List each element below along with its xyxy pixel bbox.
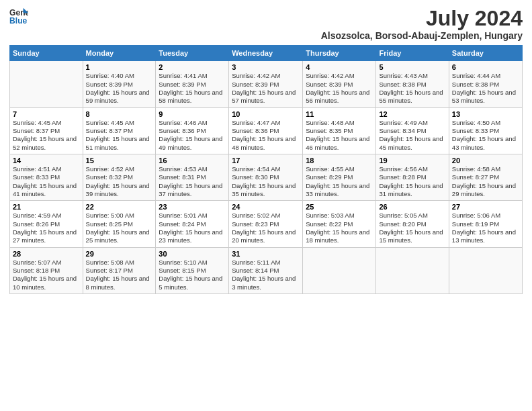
cell-sunrise: Sunrise: 4:51 AM (13, 165, 80, 173)
cell-sunset: Sunset: 8:25 PM (86, 220, 153, 228)
cell-daylight: Daylight: 15 hours and 27 minutes. (13, 228, 80, 245)
day-number: 24 (232, 203, 300, 211)
cell-daylight: Daylight: 15 hours and 43 minutes. (452, 135, 519, 152)
table-row: 12Sunrise: 4:49 AMSunset: 8:34 PMDayligh… (376, 107, 449, 154)
table-row: 24Sunrise: 5:02 AMSunset: 8:23 PMDayligh… (229, 201, 303, 247)
table-row: 3Sunrise: 4:42 AMSunset: 8:39 PMDaylight… (229, 61, 303, 107)
cell-daylight: Daylight: 15 hours and 57 minutes. (232, 89, 300, 105)
cell-sunrise: Sunrise: 4:43 AM (379, 72, 445, 80)
cell-sunrise: Sunrise: 5:11 AM (232, 259, 300, 267)
cell-sunset: Sunset: 8:35 PM (306, 127, 373, 135)
cell-sunset: Sunset: 8:14 PM (232, 267, 300, 275)
cell-sunrise: Sunrise: 4:45 AM (13, 119, 80, 127)
day-number: 9 (159, 110, 226, 118)
cell-sunset: Sunset: 8:36 PM (159, 127, 226, 135)
table-row (376, 247, 449, 293)
day-number: 16 (159, 156, 226, 165)
day-number: 5 (379, 63, 445, 71)
cell-sunset: Sunset: 8:18 PM (13, 267, 80, 275)
table-row: 14Sunrise: 4:51 AMSunset: 8:33 PMDayligh… (10, 154, 83, 200)
cell-sunset: Sunset: 8:29 PM (306, 173, 373, 181)
cell-sunset: Sunset: 8:26 PM (13, 220, 80, 228)
cell-daylight: Daylight: 15 hours and 5 minutes. (159, 275, 226, 291)
day-number: 27 (452, 203, 519, 211)
cell-daylight: Daylight: 15 hours and 18 minutes. (306, 228, 373, 245)
day-number: 12 (379, 110, 445, 118)
cell-sunset: Sunset: 8:39 PM (306, 81, 373, 89)
cell-daylight: Daylight: 15 hours and 45 minutes. (379, 135, 445, 152)
header: General Blue July 2024 Alsozsolca, Borso… (9, 7, 523, 41)
cell-sunrise: Sunrise: 4:52 AM (86, 165, 153, 173)
cell-sunrise: Sunrise: 5:06 AM (452, 212, 519, 220)
day-number: 28 (13, 250, 80, 258)
table-row: 17Sunrise: 4:54 AMSunset: 8:30 PMDayligh… (229, 154, 303, 200)
cell-sunrise: Sunrise: 5:05 AM (379, 212, 445, 220)
cell-sunset: Sunset: 8:38 PM (452, 81, 519, 89)
cell-sunrise: Sunrise: 5:10 AM (159, 259, 226, 267)
table-row: 7Sunrise: 4:45 AMSunset: 8:37 PMDaylight… (10, 107, 83, 154)
day-number: 4 (306, 63, 373, 71)
cell-sunrise: Sunrise: 4:59 AM (13, 212, 80, 220)
cell-sunrise: Sunrise: 4:56 AM (379, 165, 445, 173)
cell-sunset: Sunset: 8:24 PM (159, 220, 226, 228)
cell-daylight: Daylight: 15 hours and 35 minutes. (232, 182, 300, 199)
table-row: 27Sunrise: 5:06 AMSunset: 8:19 PMDayligh… (449, 201, 522, 247)
cell-sunset: Sunset: 8:15 PM (159, 267, 226, 275)
cell-sunrise: Sunrise: 5:03 AM (306, 212, 373, 220)
cell-daylight: Daylight: 15 hours and 52 minutes. (13, 135, 80, 152)
cell-sunrise: Sunrise: 4:54 AM (232, 165, 300, 173)
table-row: 10Sunrise: 4:47 AMSunset: 8:36 PMDayligh… (229, 107, 303, 154)
cell-sunset: Sunset: 8:30 PM (232, 173, 300, 181)
cell-sunset: Sunset: 8:33 PM (13, 173, 80, 181)
cell-sunrise: Sunrise: 4:46 AM (159, 119, 226, 127)
cell-daylight: Daylight: 15 hours and 51 minutes. (86, 135, 153, 152)
cell-daylight: Daylight: 15 hours and 20 minutes. (232, 228, 300, 245)
cell-sunset: Sunset: 8:34 PM (379, 127, 445, 135)
cell-sunset: Sunset: 8:39 PM (232, 81, 300, 89)
cell-sunrise: Sunrise: 4:49 AM (379, 119, 445, 127)
table-row: 6Sunrise: 4:44 AMSunset: 8:38 PMDaylight… (449, 61, 522, 107)
day-number: 31 (232, 250, 300, 258)
cell-sunrise: Sunrise: 4:55 AM (306, 165, 373, 173)
cell-sunrise: Sunrise: 5:08 AM (86, 259, 153, 267)
day-number: 18 (306, 156, 373, 165)
logo: General Blue (9, 7, 28, 26)
cell-sunrise: Sunrise: 4:44 AM (452, 72, 519, 80)
day-number: 30 (159, 250, 226, 258)
cell-sunrise: Sunrise: 4:50 AM (452, 119, 519, 127)
week-row-3: 21Sunrise: 4:59 AMSunset: 8:26 PMDayligh… (10, 201, 523, 247)
cell-sunrise: Sunrise: 5:00 AM (86, 212, 153, 220)
cell-daylight: Daylight: 15 hours and 59 minutes. (86, 89, 153, 105)
cell-daylight: Daylight: 15 hours and 48 minutes. (232, 135, 300, 152)
table-row (10, 61, 83, 107)
cell-sunset: Sunset: 8:27 PM (452, 173, 519, 181)
logo-icon: General Blue (9, 7, 28, 26)
table-row: 28Sunrise: 5:07 AMSunset: 8:18 PMDayligh… (10, 247, 83, 293)
cell-sunrise: Sunrise: 4:42 AM (232, 72, 300, 80)
day-number: 21 (13, 203, 80, 211)
subtitle: Alsozsolca, Borsod-Abauj-Zemplen, Hungar… (321, 30, 523, 41)
col-friday: Friday (376, 46, 449, 61)
cell-daylight: Daylight: 15 hours and 33 minutes. (306, 182, 373, 199)
table-row: 23Sunrise: 5:01 AMSunset: 8:24 PMDayligh… (156, 201, 229, 247)
col-sunday: Sunday (10, 46, 83, 61)
page: General Blue July 2024 Alsozsolca, Borso… (0, 0, 532, 411)
table-row: 31Sunrise: 5:11 AMSunset: 8:14 PMDayligh… (229, 247, 303, 293)
cell-sunrise: Sunrise: 4:47 AM (232, 119, 300, 127)
table-row: 21Sunrise: 4:59 AMSunset: 8:26 PMDayligh… (10, 201, 83, 247)
cell-sunset: Sunset: 8:36 PM (232, 127, 300, 135)
cell-sunrise: Sunrise: 4:40 AM (86, 72, 153, 80)
cell-sunset: Sunset: 8:20 PM (379, 220, 445, 228)
table-row: 2Sunrise: 4:41 AMSunset: 8:39 PMDaylight… (156, 61, 229, 107)
cell-daylight: Daylight: 15 hours and 25 minutes. (86, 228, 153, 245)
table-row: 5Sunrise: 4:43 AMSunset: 8:38 PMDaylight… (376, 61, 449, 107)
cell-daylight: Daylight: 15 hours and 58 minutes. (159, 89, 226, 105)
svg-text:Blue: Blue (9, 16, 28, 26)
cell-sunset: Sunset: 8:19 PM (452, 220, 519, 228)
week-row-4: 28Sunrise: 5:07 AMSunset: 8:18 PMDayligh… (10, 247, 523, 293)
table-row: 18Sunrise: 4:55 AMSunset: 8:29 PMDayligh… (303, 154, 376, 200)
table-row (449, 247, 522, 293)
cell-daylight: Daylight: 15 hours and 15 minutes. (379, 228, 445, 245)
col-saturday: Saturday (449, 46, 522, 61)
day-number: 14 (13, 156, 80, 165)
